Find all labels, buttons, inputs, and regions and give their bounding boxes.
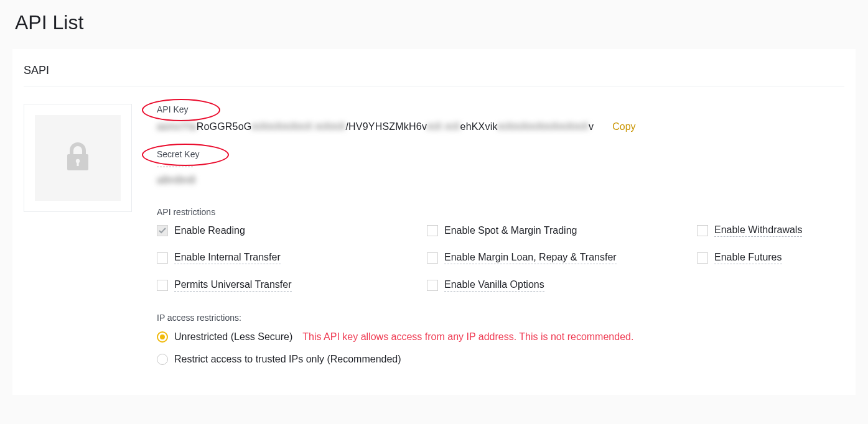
radio-button-restricted[interactable] (157, 354, 168, 365)
radio-label-unrestricted: Unrestricted (Less Secure) (174, 331, 292, 343)
radio-restricted[interactable]: Restrict access to trusted IPs only (Rec… (157, 354, 844, 365)
checkbox-label-spotmargin: Enable Spot & Margin Trading (444, 225, 577, 237)
checkbox-box-futures[interactable] (697, 252, 708, 264)
svg-rect-2 (77, 162, 78, 166)
checkbox-label-reading: Enable Reading (174, 225, 245, 237)
ip-access-title: IP access restrictions: (157, 313, 844, 323)
lock-icon (65, 142, 91, 174)
radio-button-unrestricted[interactable] (157, 331, 168, 343)
checkbox-label-internaltransfer: Enable Internal Transfer (174, 252, 281, 264)
checkbox-label-futures: Enable Futures (714, 252, 782, 264)
checkbox-box-withdrawals[interactable] (697, 225, 708, 236)
checkbox-box-vanilla[interactable] (427, 280, 438, 291)
api-key-label: API Key (157, 104, 189, 114)
checkbox-box-internaltransfer[interactable] (157, 252, 168, 264)
checkbox-box-spotmargin[interactable] (427, 225, 438, 236)
checkbox-universal[interactable]: Permits Universal Transfer (157, 279, 424, 292)
radio-label-restricted: Restrict access to trusted IPs only (Rec… (174, 354, 401, 365)
checkbox-box-universal[interactable] (157, 280, 168, 291)
checkbox-internaltransfer[interactable]: Enable Internal Transfer (157, 252, 424, 264)
radio-warning-unrestricted: This API key allows access from any IP a… (302, 331, 633, 343)
checkbox-label-withdrawals: Enable Withdrawals (714, 224, 802, 237)
checkbox-vanilla[interactable]: Enable Vanilla Options (427, 279, 694, 292)
checkbox-futures[interactable]: Enable Futures (697, 252, 844, 264)
api-card: SAPI API Key asmxYIaR (12, 49, 856, 395)
radio-unrestricted[interactable]: Unrestricted (Less Secure)This API key a… (157, 331, 844, 343)
page-title: API List (0, 0, 868, 49)
secret-key-dashed-underline (157, 167, 193, 167)
checkbox-label-universal: Permits Universal Transfer (174, 279, 292, 292)
copy-api-key-button[interactable]: Copy (612, 121, 635, 132)
checkbox-reading[interactable]: Enable Reading (157, 224, 424, 237)
qr-placeholder (24, 104, 132, 212)
checkbox-marginloan[interactable]: Enable Margin Loan, Repay & Transfer (427, 252, 694, 264)
checkbox-label-marginloan: Enable Margin Loan, Repay & Transfer (444, 252, 617, 264)
api-restrictions-title: API restrictions (157, 207, 844, 217)
checkbox-box-reading[interactable] (157, 225, 168, 236)
api-restrictions-grid: Enable ReadingEnable Spot & Margin Tradi… (157, 224, 844, 292)
checkbox-box-marginloan[interactable] (427, 252, 438, 264)
checkbox-withdrawals[interactable]: Enable Withdrawals (697, 224, 844, 237)
secret-key-value: a8m8m8 (157, 175, 195, 186)
api-key-value: asmxYIaRoGGR5oGmXmXmXmX mXmX/HV9YHSZMkH6… (157, 121, 594, 132)
checkbox-spotmargin[interactable]: Enable Spot & Margin Trading (427, 224, 694, 237)
secret-key-label: Secret Key (157, 149, 199, 159)
card-header: SAPI (24, 49, 844, 86)
checkbox-label-vanilla: Enable Vanilla Options (444, 279, 544, 292)
